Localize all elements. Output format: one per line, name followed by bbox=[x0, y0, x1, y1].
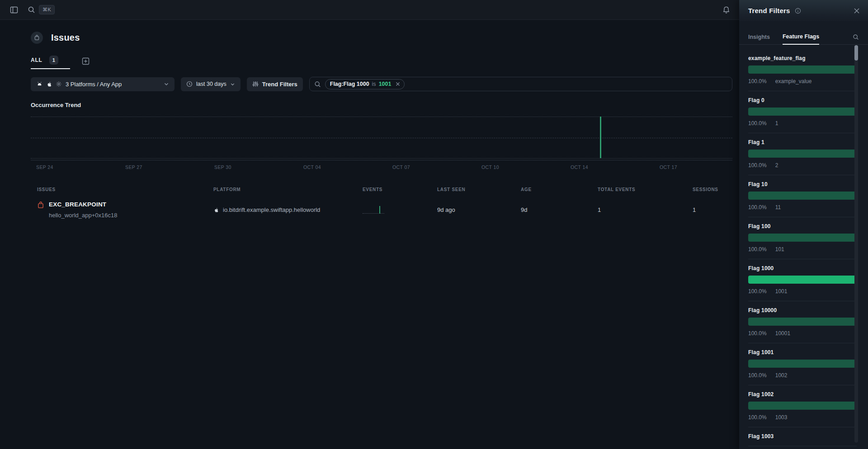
trend-filters-label: Trend Filters bbox=[262, 81, 297, 88]
sparkline-event-tick bbox=[379, 206, 380, 214]
sidebar-toggle-button[interactable] bbox=[7, 3, 21, 17]
flag-value: 1001 bbox=[775, 288, 788, 295]
column-header: PLATFORM bbox=[207, 187, 356, 192]
feature-flag-entry[interactable]: Flag 0 100.0% 1 bbox=[748, 91, 857, 133]
flag-percent: 100.0% bbox=[748, 372, 767, 379]
x-tick-label: OCT 10 bbox=[481, 164, 499, 170]
flag-distribution-bar bbox=[748, 234, 857, 242]
flag-name: Flag 10000 bbox=[748, 307, 857, 313]
flag-name: Flag 1002 bbox=[748, 391, 857, 398]
tab-feature-flags[interactable]: Feature Flags bbox=[783, 33, 819, 45]
flag-name: Flag 1000 bbox=[748, 265, 857, 271]
flag-value: 10001 bbox=[775, 330, 790, 337]
panel-search-button[interactable] bbox=[853, 34, 859, 44]
feature-flag-entry[interactable]: Flag 10000 100.0% 10001 bbox=[748, 301, 857, 343]
chart-title: Occurrence Trend bbox=[31, 102, 732, 108]
flag-percent: 100.0% bbox=[748, 162, 767, 168]
issue-subtitle: hello_world_app+0x16c18 bbox=[49, 212, 117, 219]
x-tick-label: OCT 07 bbox=[392, 164, 410, 170]
flag-value: 2 bbox=[775, 162, 778, 168]
chip-operator: is bbox=[372, 81, 376, 87]
feature-flag-entry[interactable]: Flag 1001 100.0% 1002 bbox=[748, 343, 857, 385]
search-icon bbox=[28, 6, 35, 14]
flag-name: Flag 1001 bbox=[748, 349, 857, 355]
flag-name: Flag 0 bbox=[748, 97, 857, 103]
plus-square-icon bbox=[82, 57, 90, 65]
add-tab-button[interactable] bbox=[82, 57, 90, 65]
chart-x-axis: SEP 24SEP 27SEP 30OCT 04OCT 07OCT 10OCT … bbox=[31, 164, 732, 171]
column-header: AGE bbox=[514, 187, 591, 192]
platform-app-id: io.bitdrift.example.swiftapp.helloworld bbox=[223, 206, 320, 213]
info-icon[interactable] bbox=[795, 8, 801, 14]
flag-value: 1003 bbox=[775, 414, 788, 421]
flag-distribution-bar bbox=[748, 108, 857, 116]
feature-flag-entry[interactable]: Flag 10 100.0% 11 bbox=[748, 175, 857, 217]
flag-name: Flag 1 bbox=[748, 139, 857, 145]
flag-meta: 100.0% example_value bbox=[748, 78, 857, 84]
issues-page: Issues ALL 1 bbox=[0, 32, 739, 219]
x-tick-label: SEP 30 bbox=[214, 164, 231, 170]
flag-percent: 100.0% bbox=[748, 288, 767, 295]
top-bar: ⌘K bbox=[0, 0, 739, 20]
column-header: ISSUES bbox=[31, 187, 207, 192]
flag-distribution-bar bbox=[748, 360, 857, 368]
apple-icon bbox=[213, 207, 219, 213]
crash-bug-icon bbox=[37, 201, 44, 219]
search-shortcut-badge: ⌘K bbox=[39, 5, 55, 14]
flag-meta: 100.0% 1002 bbox=[748, 372, 857, 379]
chart-baseline bbox=[31, 160, 732, 160]
tab-all-count-badge: 1 bbox=[49, 56, 58, 65]
panel-scrollbar[interactable] bbox=[854, 45, 858, 443]
close-icon[interactable] bbox=[854, 8, 860, 14]
platform-cell: io.bitdrift.example.swiftapp.helloworld bbox=[207, 206, 356, 213]
feature-flag-entry[interactable]: Flag 1 100.0% 2 bbox=[748, 133, 857, 175]
scrollbar-thumb[interactable] bbox=[854, 45, 858, 61]
sliders-icon bbox=[252, 81, 259, 87]
table-row[interactable]: EXC_BREAKPOINT hello_world_app+0x16c18 i… bbox=[31, 201, 732, 219]
column-header: SESSIONS bbox=[686, 187, 732, 192]
flag-distribution-bar bbox=[748, 276, 857, 284]
flag-name: Flag 100 bbox=[748, 223, 857, 229]
bell-icon bbox=[722, 6, 730, 14]
events-cell bbox=[356, 205, 431, 215]
flag-name: Flag 10 bbox=[748, 181, 857, 187]
feature-flag-entry[interactable]: Flag 1000 100.0% 1001 bbox=[748, 259, 857, 301]
flag-meta: 100.0% 2 bbox=[748, 162, 857, 168]
chip-value: 1001 bbox=[379, 81, 392, 87]
column-header: EVENTS bbox=[356, 187, 431, 192]
flag-value: 11 bbox=[775, 204, 781, 210]
sidebar-toggle-icon bbox=[10, 6, 18, 14]
panel-header: Trend Filters bbox=[739, 0, 868, 21]
flag-meta: 100.0% 1 bbox=[748, 120, 857, 126]
total-events-cell: 1 bbox=[591, 206, 686, 213]
notifications-button[interactable] bbox=[719, 3, 733, 17]
flag-meta: 100.0% 101 bbox=[748, 246, 857, 253]
tab-insights[interactable]: Insights bbox=[748, 34, 770, 44]
flag-percent: 100.0% bbox=[748, 330, 767, 337]
feature-flag-entry[interactable]: Flag 1002 100.0% 1003 bbox=[748, 385, 857, 427]
feature-flag-entry[interactable]: Flag 100 100.0% 101 bbox=[748, 217, 857, 259]
trend-filters-button[interactable]: Trend Filters bbox=[247, 77, 303, 91]
global-search-button[interactable] bbox=[24, 3, 38, 17]
issue-title: EXC_BREAKPOINT bbox=[49, 201, 117, 208]
clock-icon bbox=[186, 81, 193, 87]
feature-flag-entry[interactable]: Flag 1003 bbox=[748, 427, 857, 446]
x-tick-label: SEP 24 bbox=[36, 164, 53, 170]
flag-percent: 100.0% bbox=[748, 120, 767, 126]
flag-meta: 100.0% 11 bbox=[748, 204, 857, 210]
filter-chip-flag-1000[interactable]: Flag:Flag 1000 is 1001 bbox=[325, 79, 405, 89]
gridline-mid bbox=[31, 138, 732, 138]
tab-all[interactable]: ALL 1 bbox=[31, 56, 70, 69]
flag-value: 1 bbox=[775, 120, 778, 126]
flag-percent: 100.0% bbox=[748, 204, 767, 210]
chip-remove-button[interactable] bbox=[396, 82, 400, 86]
platform-filter-dropdown[interactable]: 3 Platforms / Any App bbox=[31, 77, 175, 91]
time-range-dropdown[interactable]: last 30 days bbox=[181, 77, 241, 91]
flag-percent: 100.0% bbox=[748, 246, 767, 253]
issues-search-input[interactable]: Flag:Flag 1000 is 1001 bbox=[309, 77, 732, 91]
column-header: LAST SEEN bbox=[431, 187, 514, 192]
chevron-down-icon bbox=[230, 82, 235, 87]
feature-flag-entry[interactable]: example_feature_flag 100.0% example_valu… bbox=[748, 49, 857, 91]
panel-tabs: Insights Feature Flags bbox=[739, 28, 868, 45]
page-title: Issues bbox=[51, 33, 80, 43]
